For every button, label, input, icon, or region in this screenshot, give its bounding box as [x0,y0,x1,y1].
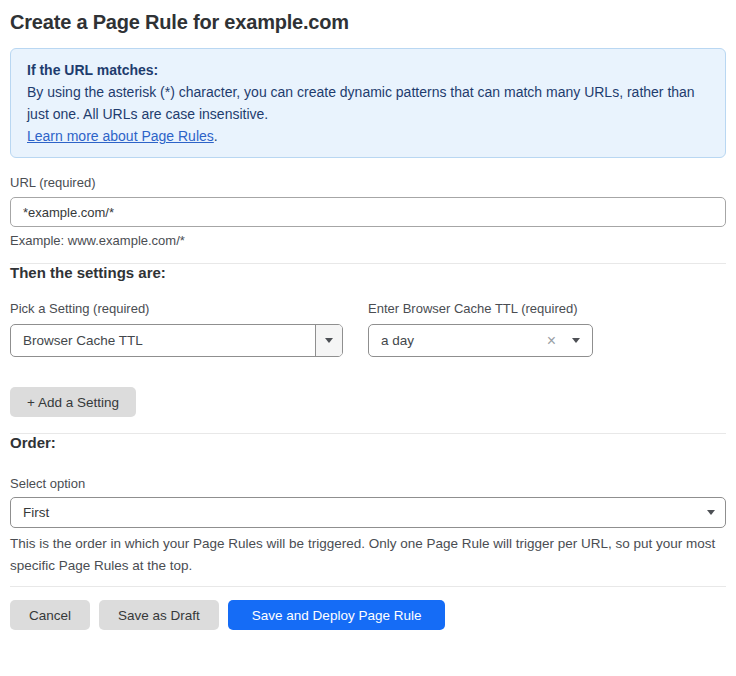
setting-picker-select[interactable]: Browser Cache TTL [10,324,343,357]
order-select[interactable]: First [10,497,726,528]
dropdown-arrow-button[interactable] [315,325,342,356]
chevron-down-icon [325,338,333,343]
chevron-down-icon [707,510,715,515]
ttl-combobox[interactable]: a day × [368,324,593,357]
url-label: URL (required) [10,175,726,191]
setting-picker-value: Browser Cache TTL [11,333,315,348]
save-deploy-button[interactable]: Save and Deploy Page Rule [228,600,446,630]
order-select-value: First [23,505,49,520]
info-box: If the URL matches: By using the asteris… [10,48,726,158]
settings-row: Pick a Setting (required) Browser Cache … [10,301,726,357]
cancel-button[interactable]: Cancel [10,600,90,630]
ttl-picker-column: Enter Browser Cache TTL (required) a day… [368,301,593,357]
settings-heading: Then the settings are: [10,264,726,282]
page-title: Create a Page Rule for example.com [10,0,726,35]
info-body: By using the asterisk (*) character, you… [27,81,709,125]
divider [10,586,726,587]
add-setting-button[interactable]: + Add a Setting [10,387,136,417]
save-draft-button[interactable]: Save as Draft [99,600,219,630]
ttl-value: a day [369,333,547,348]
chevron-down-icon [572,338,580,343]
url-input[interactable] [10,197,726,227]
link-suffix: . [214,128,218,144]
ttl-label: Enter Browser Cache TTL (required) [368,301,593,317]
url-hint: Example: www.example.com/* [10,233,726,249]
order-description: This is the order in which your Page Rul… [10,533,726,577]
setting-picker-label: Pick a Setting (required) [10,301,343,317]
page-rules-link[interactable]: Learn more about Page Rules [27,128,214,144]
info-link-row: Learn more about Page Rules. [27,125,709,147]
setting-picker-column: Pick a Setting (required) Browser Cache … [10,301,343,357]
info-heading: If the URL matches: [27,59,709,81]
order-select-label: Select option [10,476,726,492]
order-heading: Order: [10,434,726,452]
clear-icon[interactable]: × [547,333,556,349]
footer-actions: Cancel Save as Draft Save and Deploy Pag… [10,600,726,630]
